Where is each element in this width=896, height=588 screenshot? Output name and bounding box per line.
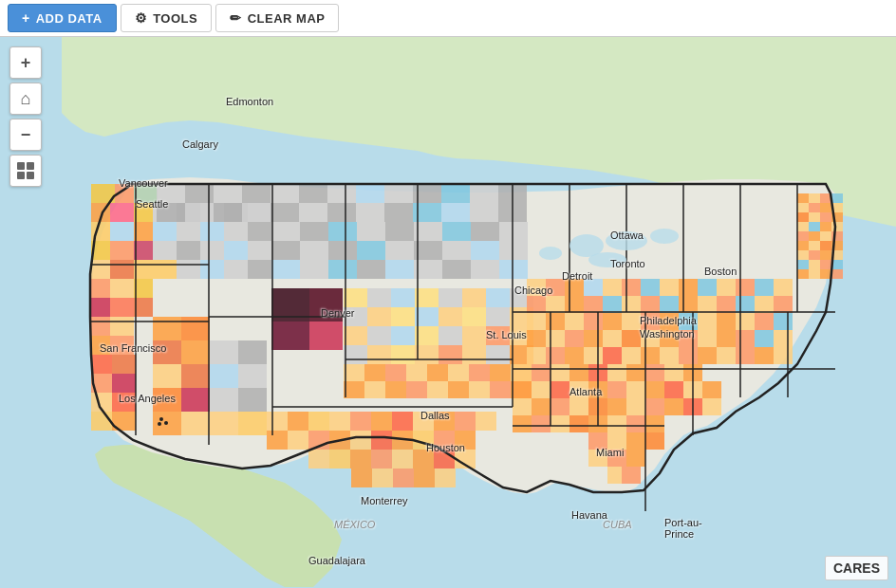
svg-rect-206 xyxy=(532,381,551,398)
svg-rect-249 xyxy=(622,279,641,296)
svg-rect-297 xyxy=(736,330,755,347)
svg-rect-227 xyxy=(513,415,532,432)
svg-rect-269 xyxy=(736,296,755,313)
svg-rect-347 xyxy=(809,269,820,279)
svg-rect-87 xyxy=(470,184,498,203)
svg-rect-16 xyxy=(91,279,110,298)
svg-rect-312 xyxy=(755,347,774,364)
svg-rect-11 xyxy=(110,241,134,260)
svg-point-403 xyxy=(539,247,562,260)
clear-map-button[interactable]: ✏ Clear Map xyxy=(215,4,339,32)
svg-rect-95 xyxy=(327,203,356,222)
svg-rect-228 xyxy=(532,415,551,432)
svg-rect-234 xyxy=(645,415,664,432)
zoom-out-button[interactable]: − xyxy=(9,119,42,151)
svg-rect-169 xyxy=(434,412,455,431)
svg-rect-223 xyxy=(645,398,664,415)
svg-rect-232 xyxy=(607,415,626,432)
svg-rect-124 xyxy=(385,260,414,279)
svg-rect-72 xyxy=(210,388,238,412)
svg-rect-47 xyxy=(224,241,248,260)
svg-rect-171 xyxy=(476,412,496,431)
svg-rect-166 xyxy=(371,412,392,431)
svg-rect-359 xyxy=(344,381,364,398)
svg-rect-219 xyxy=(569,398,588,415)
svg-rect-44 xyxy=(153,241,177,260)
tools-button[interactable]: ⚙ Tools xyxy=(121,4,213,32)
map-container[interactable]: + ⌂ − Edmonton Calgary Vancouver Seattle… xyxy=(0,37,896,588)
svg-rect-41 xyxy=(200,222,224,241)
svg-rect-184 xyxy=(350,450,371,469)
svg-rect-224 xyxy=(664,398,683,415)
svg-rect-261 xyxy=(584,296,603,313)
svg-rect-110 xyxy=(499,222,528,241)
add-data-button[interactable]: + Add Data xyxy=(8,4,117,32)
svg-rect-64 xyxy=(153,388,181,412)
svg-rect-53 xyxy=(248,260,271,279)
svg-rect-96 xyxy=(356,203,384,222)
svg-rect-135 xyxy=(486,288,510,307)
svg-rect-211 xyxy=(626,381,645,398)
svg-rect-151 xyxy=(486,326,510,345)
svg-rect-137 xyxy=(344,307,367,326)
home-button[interactable]: ⌂ xyxy=(9,83,42,115)
svg-rect-182 xyxy=(308,450,329,469)
svg-rect-141 xyxy=(439,307,462,326)
svg-rect-193 xyxy=(414,469,435,487)
svg-rect-218 xyxy=(551,398,569,415)
svg-rect-27 xyxy=(112,355,136,374)
svg-rect-185 xyxy=(371,450,392,469)
svg-rect-67 xyxy=(181,412,210,435)
svg-rect-254 xyxy=(717,279,736,296)
svg-rect-6 xyxy=(134,203,153,222)
svg-rect-106 xyxy=(385,222,414,241)
svg-point-404 xyxy=(588,252,626,267)
svg-rect-238 xyxy=(645,432,664,450)
svg-rect-356 xyxy=(469,364,490,381)
svg-rect-191 xyxy=(372,469,393,487)
svg-rect-86 xyxy=(441,184,470,203)
svg-rect-162 xyxy=(288,412,308,431)
svg-rect-115 xyxy=(385,241,414,260)
svg-rect-318 xyxy=(797,203,809,212)
svg-rect-273 xyxy=(546,313,565,330)
svg-rect-82 xyxy=(327,184,356,203)
zoom-in-button[interactable]: + xyxy=(9,46,42,79)
svg-rect-143 xyxy=(486,307,510,326)
svg-rect-365 xyxy=(469,381,490,398)
svg-rect-251 xyxy=(660,279,679,296)
svg-rect-83 xyxy=(356,184,384,203)
svg-rect-281 xyxy=(698,313,717,330)
add-data-label: Add Data xyxy=(36,11,103,26)
svg-rect-362 xyxy=(406,381,427,398)
svg-rect-21 xyxy=(134,298,153,317)
svg-rect-69 xyxy=(238,340,267,364)
svg-rect-94 xyxy=(299,203,327,222)
svg-rect-40 xyxy=(177,222,200,241)
plus-icon: + xyxy=(21,53,31,73)
svg-rect-247 xyxy=(584,279,603,296)
svg-rect-73 xyxy=(238,388,267,412)
svg-rect-262 xyxy=(603,296,622,313)
svg-rect-177 xyxy=(371,431,392,450)
svg-rect-163 xyxy=(308,412,329,431)
svg-rect-168 xyxy=(413,412,434,431)
svg-rect-99 xyxy=(441,203,470,222)
svg-rect-309 xyxy=(698,347,717,364)
svg-rect-293 xyxy=(660,330,679,347)
svg-rect-253 xyxy=(698,279,717,296)
layers-button[interactable] xyxy=(9,155,42,187)
svg-rect-308 xyxy=(679,347,698,364)
svg-rect-366 xyxy=(490,381,511,398)
svg-rect-3 xyxy=(134,184,158,203)
svg-rect-78 xyxy=(214,184,242,203)
svg-rect-48 xyxy=(248,241,271,260)
svg-rect-203 xyxy=(664,364,683,381)
svg-rect-216 xyxy=(513,398,532,415)
svg-rect-303 xyxy=(584,347,603,364)
svg-rect-186 xyxy=(392,450,413,469)
svg-rect-200 xyxy=(607,364,626,381)
svg-rect-315 xyxy=(809,193,820,203)
svg-rect-354 xyxy=(427,364,448,381)
svg-rect-296 xyxy=(717,330,736,347)
